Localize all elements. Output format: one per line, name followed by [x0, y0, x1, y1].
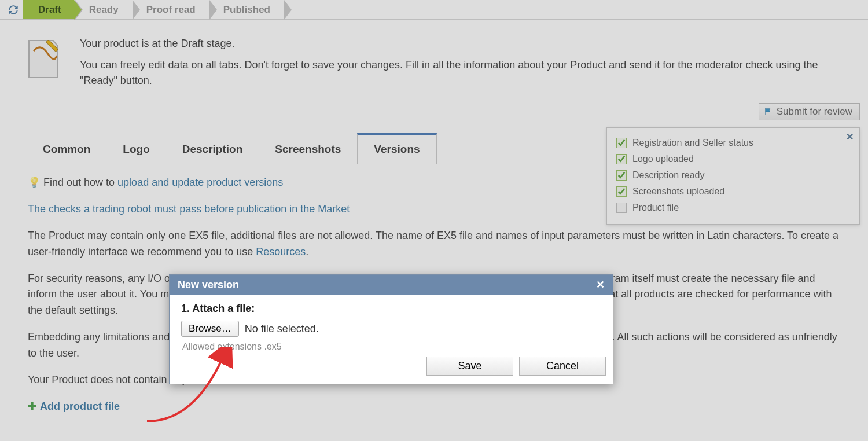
stage-bar: Draft Ready Proof read Published: [0, 0, 868, 20]
info-box: Your product is at the Draft stage. You …: [0, 20, 868, 111]
check-registration: Registration and Seller status: [616, 135, 850, 151]
checkbox-checked-icon: [616, 186, 627, 197]
info-line-2: You can freely edit data on all tabs. Do…: [80, 57, 845, 89]
document-edit-icon: [23, 36, 64, 82]
dialog-close-icon[interactable]: ✕: [596, 278, 605, 291]
tab-screenshots[interactable]: Screenshots: [259, 135, 357, 164]
check-screenshots: Screenshots uploaded: [616, 183, 850, 200]
checks-link[interactable]: The checks a trading robot must pass bef…: [28, 203, 350, 215]
check-product-file: Product file: [616, 200, 850, 216]
add-product-file-button[interactable]: ✚ Add product file: [28, 399, 120, 415]
review-checklist: ✕ Registration and Seller status Logo up…: [606, 127, 860, 225]
refresh-icon[interactable]: [3, 0, 23, 19]
dialog-title: New version: [178, 279, 239, 291]
browse-button[interactable]: Browse…: [181, 321, 239, 337]
submit-for-review-button[interactable]: Submit for review: [759, 103, 860, 120]
hint-prefix: Find out how to: [43, 177, 117, 188]
checkbox-unchecked-icon: [616, 203, 627, 213]
stage-draft[interactable]: Draft: [23, 0, 74, 19]
upload-versions-link[interactable]: upload and update product versions: [117, 177, 283, 188]
check-logo: Logo uploaded: [616, 151, 850, 167]
new-version-dialog: New version ✕ 1. Attach a file: Browse… …: [169, 274, 613, 384]
resources-link[interactable]: Resources: [256, 246, 306, 258]
attach-file-label: 1. Attach a file:: [181, 303, 601, 315]
tab-common[interactable]: Common: [27, 135, 106, 164]
tab-versions[interactable]: Versions: [357, 133, 436, 164]
paragraph-ex5: The Product may contain only one EX5 fil…: [28, 228, 840, 260]
tab-description[interactable]: Description: [166, 135, 259, 164]
stage-proof-read[interactable]: Proof read: [131, 0, 208, 19]
no-file-selected-text: No file selected.: [245, 323, 319, 335]
save-button[interactable]: Save: [426, 357, 513, 376]
allowed-extensions-hint: Allowed extensions .ex5: [182, 341, 601, 352]
flag-icon: [764, 107, 773, 116]
tab-logo[interactable]: Logo: [106, 135, 165, 164]
lightbulb-icon: 💡: [28, 177, 41, 188]
stage-published[interactable]: Published: [208, 0, 283, 19]
checkbox-checked-icon: [616, 154, 627, 164]
check-description: Description ready: [616, 167, 850, 183]
info-line-1: Your product is at the Draft stage.: [80, 36, 845, 52]
checkbox-checked-icon: [616, 170, 627, 181]
plus-icon: ✚: [28, 399, 36, 415]
checkbox-checked-icon: [616, 138, 627, 148]
cancel-button[interactable]: Cancel: [519, 357, 606, 376]
checklist-close-icon[interactable]: ✕: [846, 131, 854, 142]
